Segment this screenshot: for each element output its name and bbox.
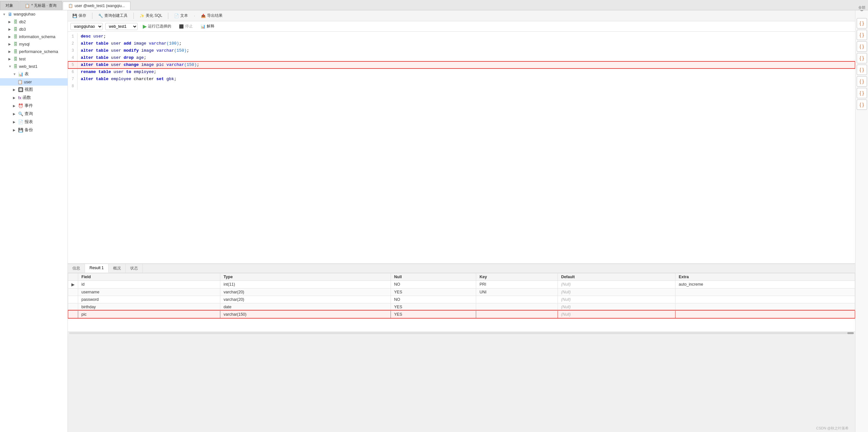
tab-untitled-query[interactable]: 📋 * 无标题 · 查询 xyxy=(20,1,62,10)
sidebar-item-test[interactable]: ▶ 🗄 test xyxy=(0,55,67,63)
sidebar-root[interactable]: ▼ 🖥 wangqiuhao xyxy=(0,10,67,18)
sidebar-item-user-label: user xyxy=(24,80,32,84)
sidebar-item-reports[interactable]: ▶ 📄 报表 xyxy=(0,118,67,126)
snippet-btn-8[interactable]: { } xyxy=(857,99,867,110)
tab-user-query[interactable]: 📋 user @web_test1 (wangqiu... xyxy=(63,2,130,10)
tab-info[interactable]: 信息 xyxy=(68,264,85,273)
cell-type-0: int(11) xyxy=(220,280,391,288)
tab-info-label: 信息 xyxy=(72,266,80,271)
table-row[interactable]: passwordvarchar(20)NO(Null) xyxy=(68,296,855,303)
tab-result1[interactable]: Result 1 xyxy=(85,264,108,273)
snippet-btn-2[interactable]: { } xyxy=(857,30,867,40)
table-row[interactable]: usernamevarchar(20)YESUNI(Null) xyxy=(68,288,855,296)
sidebar-item-views-label: 视图 xyxy=(25,87,33,92)
sidebar-item-queries[interactable]: ▶ 🔍 查询 xyxy=(0,110,67,118)
sidebar-item-tables-label: 表 xyxy=(25,71,29,77)
cell-key-3 xyxy=(476,303,558,310)
snippet-btn-7[interactable]: { } xyxy=(857,88,867,98)
cell-type-1: varchar(20) xyxy=(220,288,391,296)
cell-extra-4 xyxy=(676,310,855,318)
snippet-btn-3[interactable]: { } xyxy=(857,41,867,52)
right-panel-label: 全部 xyxy=(859,12,864,17)
bottom-panel: 信息 Result 1 概况 状态 FieldTypeNullKeyDefaul… xyxy=(68,264,855,335)
tab-status[interactable]: 状态 xyxy=(126,264,143,273)
table-row[interactable]: picvarchar(150)YES(Null) xyxy=(68,310,855,318)
sidebar-item-db3[interactable]: ▶ 🗄 db3 xyxy=(0,26,67,33)
sidebar-item-tables[interactable]: ▼ 📊 表 xyxy=(0,70,67,78)
sidebar-item-views[interactable]: ▶ 🔲 视图 xyxy=(0,86,67,94)
code-line-2[interactable]: 2alter table user add image varchar(100)… xyxy=(68,40,855,47)
code-line-4[interactable]: 4alter table user drop age; xyxy=(68,54,855,61)
snippet-btn-4[interactable]: { } xyxy=(857,53,867,63)
sidebar-item-events[interactable]: ▶ ⏰ 事件 xyxy=(0,102,67,110)
line-num-2: 2 xyxy=(68,40,78,47)
cell-null_val-2: NO xyxy=(391,296,476,303)
snippet-btn-1[interactable]: { } xyxy=(857,18,867,28)
scrollbar-thumb[interactable] xyxy=(847,332,854,334)
toolbar-dot: · xyxy=(194,13,195,18)
sidebar-item-mysql[interactable]: ▶ 🗄 mysql xyxy=(0,40,67,48)
snippet-btn-6[interactable]: { } xyxy=(857,76,867,87)
stop-button[interactable]: ⬛ 停止 xyxy=(176,23,195,30)
table-row[interactable]: birthdaydateYES(Null) xyxy=(68,303,855,310)
line-num-5: 5 xyxy=(68,61,78,68)
sidebar-item-backup[interactable]: ▶ 💾 备份 xyxy=(0,126,67,134)
main-editor-panel: 💾 保存 🔧 查询创建工具 ✨ 美化 SQL 📄 文本 · xyxy=(68,10,855,432)
beautify-button[interactable]: ✨ 美化 SQL xyxy=(137,12,164,20)
sidebar-item-events-label: 事件 xyxy=(25,103,33,109)
snippet-btn-5[interactable]: { } xyxy=(857,65,867,75)
tables-icon: 📊 xyxy=(18,72,23,76)
query-tool-button[interactable]: 🔧 查询创建工具 xyxy=(96,12,129,20)
server-icon: 🖥 xyxy=(8,12,12,17)
user-table-icon: 📋 xyxy=(18,80,23,84)
code-line-1[interactable]: 1desc user; xyxy=(68,33,855,40)
code-line-7[interactable]: 7alter table employee charcter set gbk; xyxy=(68,75,855,83)
right-panel: 全部 { } { } { } { } { } { } { } { } xyxy=(855,10,868,432)
tab-untitled-icon: 📋 xyxy=(25,4,30,8)
line-num-8: 8 xyxy=(68,83,78,90)
perf-schema-expand-icon: ▶ xyxy=(8,50,12,53)
line-content-6: rename table user to employee; xyxy=(81,68,855,75)
main-container: ▼ 🖥 wangqiuhao ▶ 🗄 db2 ▶ 🗄 db3 ▶ 🗄 infor… xyxy=(0,10,868,432)
sidebar-item-information-schema[interactable]: ▶ 🗄 information_schema xyxy=(0,33,67,40)
explain-label: 解释 xyxy=(207,24,215,29)
sidebar-item-functions[interactable]: ▶ fx 函数 xyxy=(0,94,67,102)
sidebar-item-db2[interactable]: ▶ 🗄 db2 xyxy=(0,18,67,26)
tab-overview[interactable]: 概况 xyxy=(108,264,126,273)
code-line-6[interactable]: 6rename table user to employee; xyxy=(68,68,855,75)
text-button[interactable]: 📄 文本 xyxy=(172,12,190,20)
code-line-5[interactable]: 5alter table user change image pic varch… xyxy=(68,61,855,68)
run-label: 运行已选择的 xyxy=(148,24,171,29)
code-line-8[interactable]: 8 xyxy=(68,83,855,90)
run-button[interactable]: ▶ 运行已选择的 xyxy=(140,22,174,30)
schema-select[interactable]: wangqiuhao xyxy=(70,23,103,30)
query-tool-icon: 🔧 xyxy=(98,13,103,18)
code-line-3[interactable]: 3alter table user modify image varchar(1… xyxy=(68,47,855,54)
cell-type-2: varchar(20) xyxy=(220,296,391,303)
row-marker xyxy=(68,296,78,303)
cell-type-4: varchar(150) xyxy=(220,310,391,318)
sidebar-item-user[interactable]: 📋 user xyxy=(0,78,67,86)
web-test1-icon: 🗄 xyxy=(13,64,18,69)
sidebar-item-web-test1[interactable]: ▼ 🗄 web_test1 xyxy=(0,63,67,70)
scrollbar-track[interactable] xyxy=(69,332,854,334)
text-icon: 📄 xyxy=(174,13,179,18)
sidebar-item-performance-schema[interactable]: ▶ 🗄 performance_schema xyxy=(0,48,67,55)
tab-object[interactable]: 对象 xyxy=(0,1,19,10)
toolbar: 💾 保存 🔧 查询创建工具 ✨ 美化 SQL 📄 文本 · xyxy=(68,10,855,21)
cell-key-0: PRI xyxy=(476,280,558,288)
row-marker xyxy=(68,310,78,318)
explain-button[interactable]: 📊 解释 xyxy=(198,23,217,30)
database-select[interactable]: web_test1 xyxy=(105,23,137,30)
line-num-6: 6 xyxy=(68,68,78,75)
line-content-2: alter table user add image varchar(100); xyxy=(81,40,855,47)
line-num-4: 4 xyxy=(68,54,78,61)
cell-null_val-0: NO xyxy=(391,280,476,288)
code-editor[interactable]: 1desc user;2alter table user add image v… xyxy=(68,32,855,264)
table-row[interactable]: ▶idint(11)NOPRI(Null)auto_increme xyxy=(68,280,855,288)
export-button[interactable]: 📤 导出结果 xyxy=(199,12,224,20)
line-num-1: 1 xyxy=(68,33,78,40)
test-expand-icon: ▶ xyxy=(8,57,12,61)
tab-result1-label: Result 1 xyxy=(90,266,104,270)
save-button[interactable]: 💾 保存 xyxy=(70,12,88,20)
